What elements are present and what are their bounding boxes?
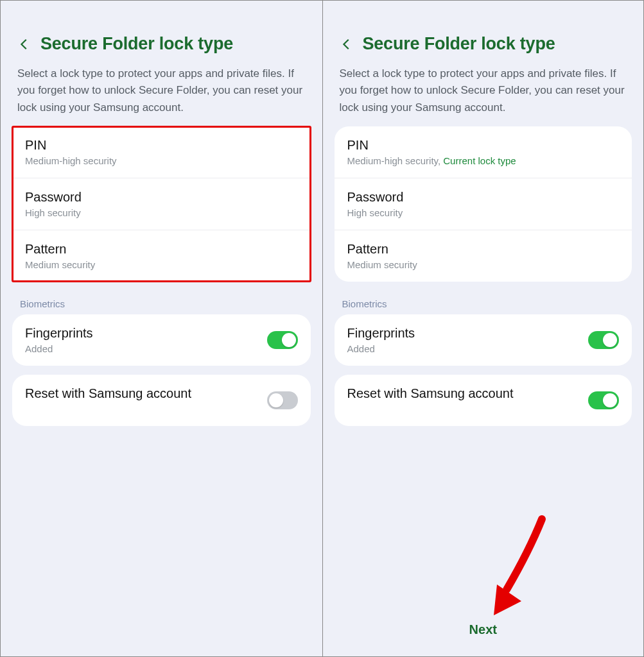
reset-sub xyxy=(25,404,191,414)
fingerprints-sub: Added xyxy=(25,343,93,354)
lock-option-label: Pattern xyxy=(25,242,298,257)
lock-option-sub: Medium security xyxy=(347,259,620,270)
biometrics-section-label: Biometrics xyxy=(335,291,632,314)
svg-marker-0 xyxy=(494,584,521,615)
reset-card: Reset with Samsung account xyxy=(12,375,311,426)
header: Secure Folder lock type xyxy=(335,12,632,65)
reset-label: Reset with Samsung account xyxy=(347,386,514,401)
fingerprints-row[interactable]: Fingerprints Added xyxy=(335,314,632,366)
lock-type-card: PIN Medium-high security Password High s… xyxy=(12,126,311,282)
biometrics-section-label: Biometrics xyxy=(12,291,311,314)
reset-label: Reset with Samsung account xyxy=(25,386,191,401)
fingerprints-card: Fingerprints Added xyxy=(12,314,311,366)
lock-option-pattern[interactable]: Pattern Medium security xyxy=(12,230,311,282)
next-button[interactable]: Next xyxy=(323,615,644,645)
fingerprints-label: Fingerprints xyxy=(347,326,415,341)
reset-toggle[interactable] xyxy=(588,391,619,409)
lock-option-password[interactable]: Password High security xyxy=(335,178,632,230)
back-icon[interactable] xyxy=(16,36,33,53)
arrow-annotation-icon xyxy=(471,513,555,624)
lock-option-label: Password xyxy=(347,190,620,205)
lock-type-card: PIN Medium-high security, Current lock t… xyxy=(335,126,632,282)
lock-option-sub: High security xyxy=(25,207,298,218)
fingerprints-toggle[interactable] xyxy=(267,331,298,349)
page-description: Select a lock type to protect your apps … xyxy=(335,65,632,126)
screen-left: Secure Folder lock type Select a lock ty… xyxy=(1,1,322,656)
lock-option-label: Password xyxy=(25,190,298,205)
page-title: Secure Folder lock type xyxy=(363,34,555,54)
page-description: Select a lock type to protect your apps … xyxy=(12,65,311,126)
lock-option-sub: Medium-high security, Current lock type xyxy=(347,155,620,166)
lock-option-label: Pattern xyxy=(347,242,620,257)
fingerprints-card: Fingerprints Added xyxy=(335,314,632,366)
back-icon[interactable] xyxy=(338,36,355,53)
fingerprints-toggle[interactable] xyxy=(588,331,619,349)
reset-row[interactable]: Reset with Samsung account xyxy=(335,375,632,426)
lock-option-sub: Medium security xyxy=(25,259,298,270)
screen-right: Secure Folder lock type Select a lock ty… xyxy=(322,1,644,656)
page-title: Secure Folder lock type xyxy=(40,34,233,54)
lock-option-password[interactable]: Password High security xyxy=(12,178,311,230)
lock-option-sub: High security xyxy=(347,207,620,218)
header: Secure Folder lock type xyxy=(12,12,311,65)
lock-option-pin[interactable]: PIN Medium-high security xyxy=(12,126,311,178)
lock-option-pattern[interactable]: Pattern Medium security xyxy=(335,230,632,282)
fingerprints-sub: Added xyxy=(347,343,415,354)
reset-card: Reset with Samsung account xyxy=(335,375,632,426)
reset-toggle[interactable] xyxy=(267,391,298,409)
lock-option-sub: Medium-high security xyxy=(25,155,298,166)
lock-option-label: PIN xyxy=(347,138,620,153)
lock-option-label: PIN xyxy=(25,138,298,153)
fingerprints-row[interactable]: Fingerprints Added xyxy=(12,314,311,366)
lock-option-pin[interactable]: PIN Medium-high security, Current lock t… xyxy=(335,126,632,178)
reset-sub xyxy=(347,404,514,414)
fingerprints-label: Fingerprints xyxy=(25,326,93,341)
reset-row[interactable]: Reset with Samsung account xyxy=(12,375,311,426)
